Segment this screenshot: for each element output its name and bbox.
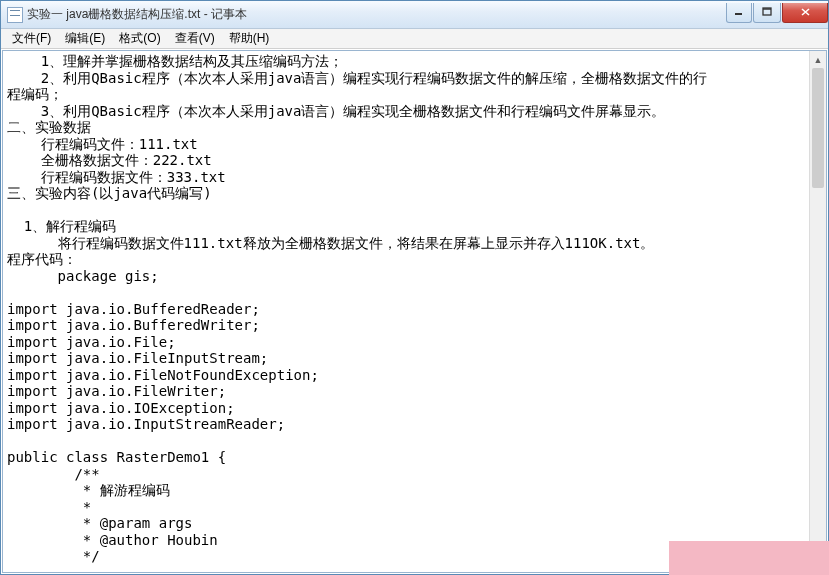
menu-view[interactable]: 查看(V) [168,29,222,48]
scroll-up-button[interactable]: ▲ [810,51,826,68]
menu-edit[interactable]: 编辑(E) [58,29,112,48]
text-content[interactable]: 1、理解并掌握栅格数据结构及其压缩编码方法； 2、利用QBasic程序（本次本人… [3,51,826,567]
maximize-button[interactable] [753,3,781,23]
scroll-thumb[interactable] [812,68,824,188]
minimize-button[interactable] [726,3,752,23]
editor-area[interactable]: 1、理解并掌握栅格数据结构及其压缩编码方法； 2、利用QBasic程序（本次本人… [2,50,827,573]
menubar: 文件(F) 编辑(E) 格式(O) 查看(V) 帮助(H) [1,29,828,49]
close-button[interactable] [782,3,828,23]
scroll-track[interactable] [810,68,826,555]
titlebar[interactable]: 实验一 java栅格数据结构压缩.txt - 记事本 [1,1,828,29]
overlay-watermark [669,541,829,575]
menu-format[interactable]: 格式(O) [112,29,167,48]
window-title: 实验一 java栅格数据结构压缩.txt - 记事本 [27,6,725,23]
notepad-window: 实验一 java栅格数据结构压缩.txt - 记事本 文件(F) 编辑(E) 格… [0,0,829,575]
window-controls [725,3,828,23]
vertical-scrollbar[interactable]: ▲ ▼ [809,51,826,572]
menu-help[interactable]: 帮助(H) [222,29,277,48]
notepad-icon [7,7,23,23]
menu-file[interactable]: 文件(F) [5,29,58,48]
